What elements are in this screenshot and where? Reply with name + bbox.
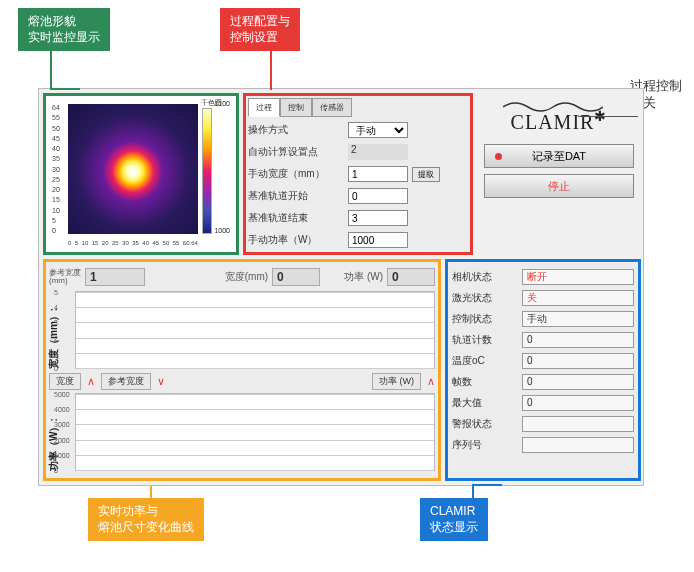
- value-power-readout: 0: [387, 268, 435, 286]
- callout-status: CLAMIR 状态显示: [420, 498, 488, 541]
- legend-width[interactable]: 宽度: [49, 373, 81, 390]
- thermal-image: [68, 104, 198, 234]
- tab-control[interactable]: 控制: [280, 98, 312, 117]
- record-button[interactable]: 记录至DAT: [484, 144, 634, 168]
- status-row: 轨道计数0: [452, 329, 634, 350]
- width-chart: 012345: [75, 291, 435, 369]
- readout-bar: 参考宽度 (mm) 1 宽度(mm) 0 功率 (W) 0: [49, 265, 435, 289]
- callout-line: [578, 116, 638, 117]
- callout-thermal: 熔池形貌 实时监控显示: [18, 8, 110, 51]
- legend-ref-width[interactable]: 参考宽度: [101, 373, 151, 390]
- status-label: 相机状态: [452, 270, 522, 284]
- value-auto-setpoint: 2: [348, 144, 408, 160]
- callout-line: [472, 484, 502, 498]
- status-row: 相机状态断开: [452, 266, 634, 287]
- down-icon[interactable]: ∨: [157, 375, 165, 388]
- status-value: [522, 437, 634, 453]
- logo-wave-icon: [503, 99, 603, 115]
- value-ref-width: 1: [85, 268, 145, 286]
- status-value: [522, 416, 634, 432]
- thermal-panel: 千色图 645550454035302520151050 05101520253…: [43, 93, 239, 255]
- status-label: 警报状态: [452, 417, 522, 431]
- callout-realtime: 实时功率与 熔池尺寸变化曲线: [88, 498, 204, 541]
- legend-power[interactable]: 功率 (W): [372, 373, 421, 390]
- thermal-y-axis: 645550454035302520151050: [52, 104, 60, 234]
- value-width-readout: 0: [272, 268, 320, 286]
- label-base-end: 基准轨道结束: [248, 211, 348, 225]
- input-base-end[interactable]: [348, 210, 408, 226]
- status-label: 最大值: [452, 396, 522, 410]
- status-value: 断开: [522, 269, 634, 285]
- callout-config: 过程配置与 控制设置: [220, 8, 300, 51]
- status-label: 轨道计数: [452, 333, 522, 347]
- colorbar-max: 1100: [214, 100, 230, 107]
- input-base-start[interactable]: [348, 188, 408, 204]
- status-value: 0: [522, 332, 634, 348]
- config-panel: 过程 控制 传感器 操作方式 手动 自动计算设置点 2 手动宽度（mm） 提取 …: [243, 93, 473, 255]
- label-mode: 操作方式: [248, 123, 348, 137]
- label-base-start: 基准轨道开始: [248, 189, 348, 203]
- status-panel: 相机状态断开激光状态关控制状态手动轨道计数0温度oC0帧数0最大值0警报状态序列…: [445, 259, 641, 481]
- label-power-readout: 功率 (W): [344, 270, 383, 284]
- extract-button[interactable]: 提取: [412, 167, 440, 182]
- callout-line: [270, 50, 272, 90]
- status-row: 温度oC0: [452, 350, 634, 371]
- chart-legend-controls: 宽度 ∧ 参考宽度 ∨ 功率 (W) ∧: [49, 371, 435, 391]
- colorbar: 1100 1000: [202, 108, 228, 234]
- label-width-readout: 宽度(mm): [225, 270, 268, 284]
- status-row: 帧数0: [452, 371, 634, 392]
- status-label: 序列号: [452, 438, 522, 452]
- status-row: 最大值0: [452, 392, 634, 413]
- status-value: 0: [522, 353, 634, 369]
- thermal-plot: 千色图 645550454035302520151050 05101520253…: [50, 100, 232, 248]
- clamir-logo: CLAMIR✱: [479, 111, 639, 134]
- status-label: 激光状态: [452, 291, 522, 305]
- input-manual-width[interactable]: [348, 166, 408, 182]
- power-chart: 010002000300040005000: [75, 393, 435, 471]
- up-icon[interactable]: ∧: [427, 375, 435, 388]
- input-manual-power[interactable]: [348, 232, 408, 248]
- tab-sensor[interactable]: 传感器: [312, 98, 352, 117]
- status-label: 控制状态: [452, 312, 522, 326]
- app-window: 千色图 645550454035302520151050 05101520253…: [38, 88, 644, 486]
- status-row: 序列号: [452, 434, 634, 455]
- config-tabs: 过程 控制 传感器: [248, 98, 468, 117]
- status-label: 温度oC: [452, 354, 522, 368]
- select-mode[interactable]: 手动: [348, 122, 408, 138]
- colorbar-gradient: [202, 108, 212, 234]
- status-value: 关: [522, 290, 634, 306]
- tab-process[interactable]: 过程: [248, 98, 280, 117]
- record-dot-icon: [495, 153, 502, 160]
- status-value: 手动: [522, 311, 634, 327]
- status-row: 警报状态: [452, 413, 634, 434]
- label-manual-power: 手动功率（W）: [248, 233, 348, 247]
- thermal-x-axis: 051015202530354045505560.64: [68, 240, 198, 246]
- label-auto-setpoint: 自动计算设置点: [248, 145, 348, 159]
- status-value: 0: [522, 374, 634, 390]
- label-ref-width: 参考宽度 (mm): [49, 269, 81, 285]
- status-label: 帧数: [452, 375, 522, 389]
- status-row: 激光状态关: [452, 287, 634, 308]
- status-row: 控制状态手动: [452, 308, 634, 329]
- realtime-panel: 参考宽度 (mm) 1 宽度(mm) 0 功率 (W) 0 宽度（mm）: 01…: [43, 259, 441, 481]
- stop-button[interactable]: 停止: [484, 174, 634, 198]
- label-manual-width: 手动宽度（mm）: [248, 167, 348, 181]
- status-value: 0: [522, 395, 634, 411]
- record-label: 记录至DAT: [532, 150, 586, 162]
- colorbar-min: 1000: [214, 227, 230, 234]
- callout-line: [50, 50, 80, 90]
- right-controls: CLAMIR✱ 记录至DAT 停止: [479, 95, 639, 204]
- up-icon[interactable]: ∧: [87, 375, 95, 388]
